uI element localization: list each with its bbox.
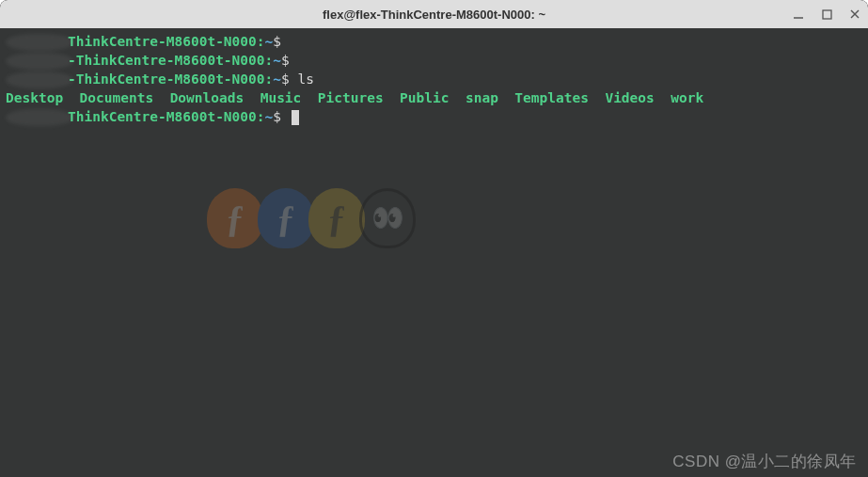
prompt-sep: : bbox=[257, 109, 265, 124]
dir-entry: Videos bbox=[605, 90, 654, 105]
prompt-line: -ThinkCentre-M8600t-N000:~$ bbox=[6, 51, 862, 70]
prompt-sep: : bbox=[257, 34, 265, 49]
prompt-path: ~ bbox=[273, 53, 281, 68]
cursor-icon bbox=[292, 110, 299, 125]
fedora-logo-icon: ƒ bbox=[207, 188, 263, 248]
dir-entry: Documents bbox=[80, 90, 154, 105]
redacted-username bbox=[6, 109, 73, 126]
redacted-username bbox=[6, 53, 73, 70]
prompt-line: -ThinkCentre-M8600t-N000:~$ ls bbox=[6, 70, 862, 88]
prompt-line-current: ThinkCentre-M8600t-N000:~$ bbox=[6, 107, 862, 126]
prompt-sep: : bbox=[265, 53, 274, 68]
prompt-line: ThinkCentre-M8600t-N000:~$ bbox=[6, 32, 862, 51]
dir-entry: Music bbox=[260, 90, 302, 105]
prompt-path: ~ bbox=[273, 72, 281, 87]
dir-entry: Downloads bbox=[170, 90, 245, 105]
prompt-dollar: $ bbox=[273, 34, 281, 49]
command-text: ls bbox=[297, 72, 313, 87]
prompt-host: ThinkCentre-M8600t-N000 bbox=[68, 109, 257, 124]
redacted-username bbox=[6, 34, 73, 51]
prompt-host: ThinkCentre-M8600t-N000 bbox=[68, 34, 257, 49]
penguin-logo-icon: 👀 bbox=[359, 188, 416, 248]
prompt-dollar: $ bbox=[281, 53, 290, 68]
close-button[interactable] bbox=[847, 7, 862, 22]
fedora-logo-icon: ƒ bbox=[308, 188, 365, 248]
window-controls bbox=[791, 0, 862, 28]
csdn-watermark-text: CSDN @温小二的徐凤年 bbox=[672, 453, 857, 471]
svg-rect-1 bbox=[823, 10, 831, 19]
dir-entry: snap bbox=[466, 90, 498, 105]
prompt-host: ThinkCentre-M8600t-N000 bbox=[76, 53, 265, 68]
dir-entry: Pictures bbox=[318, 90, 384, 105]
minimize-button[interactable] bbox=[791, 7, 806, 22]
window-title: flex@flex-ThinkCentre-M8600t-N000: ~ bbox=[323, 8, 545, 22]
titlebar[interactable]: flex@flex-ThinkCentre-M8600t-N000: ~ bbox=[0, 0, 868, 28]
background-watermark-logos: ƒ ƒ ƒ 👀 bbox=[207, 188, 410, 248]
dir-entry: Desktop bbox=[6, 90, 63, 105]
dir-entry: work bbox=[671, 90, 703, 105]
prompt-path: ~ bbox=[265, 109, 274, 124]
prompt-dollar: $ bbox=[281, 72, 290, 87]
maximize-button[interactable] bbox=[819, 7, 834, 22]
prompt-dollar: $ bbox=[273, 109, 281, 124]
ls-output-line: Desktop Documents Downloads Music Pictur… bbox=[6, 88, 862, 107]
terminal-body[interactable]: ƒ ƒ ƒ 👀 ThinkCentre-M8600t-N000:~$ -Thin… bbox=[0, 28, 868, 477]
prompt-sep: : bbox=[265, 72, 274, 87]
prompt-path: ~ bbox=[265, 34, 274, 49]
prompt-host: ThinkCentre-M8600t-N000 bbox=[76, 72, 265, 87]
dir-entry: Public bbox=[400, 90, 449, 105]
redacted-username bbox=[6, 72, 73, 88]
terminal-window: flex@flex-ThinkCentre-M8600t-N000: ~ ƒ ƒ… bbox=[0, 0, 868, 477]
fedora-logo-icon: ƒ bbox=[258, 188, 314, 248]
dir-entry: Templates bbox=[514, 90, 589, 105]
